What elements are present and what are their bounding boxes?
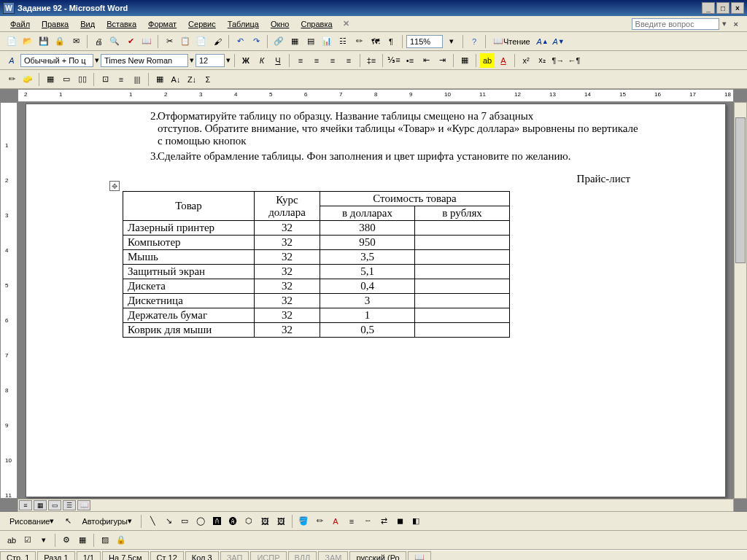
autosum-button[interactable]: Σ [201, 72, 215, 87]
paste-button[interactable]: 📄 [194, 34, 209, 49]
form-protect-button[interactable]: 🔒 [114, 533, 128, 548]
table-move-handle[interactable]: ✥ [109, 181, 120, 191]
sort-desc-button[interactable]: Z↓ [185, 72, 199, 87]
merge-cells-button[interactable]: ▭ [59, 72, 74, 87]
table-row[interactable]: Мышь323,5 [123, 250, 510, 265]
cell-rate[interactable]: 32 [255, 236, 320, 250]
table-autoformat-button[interactable]: ▦ [152, 72, 167, 87]
oval-button[interactable]: ◯ [193, 514, 208, 529]
research-button[interactable]: 📖 [139, 34, 154, 49]
table-row[interactable]: Лазерный принтер32380 [123, 221, 510, 236]
insert-rows-button[interactable]: ▦ [43, 72, 58, 87]
font-select[interactable] [101, 54, 188, 67]
cell-product[interactable]: Компьютер [123, 236, 255, 250]
vertical-scrollbar[interactable] [734, 102, 747, 499]
redo-button[interactable]: ↷ [249, 34, 263, 49]
spelling-button[interactable]: ✔ [123, 34, 138, 49]
menu-table[interactable]: Таблица [222, 18, 265, 30]
menu-format[interactable]: Формат [142, 18, 182, 30]
align-center-button[interactable]: ≡ [309, 53, 324, 68]
cell-usd[interactable]: 3 [320, 294, 415, 308]
open-button[interactable]: 📂 [20, 34, 35, 49]
italic-button[interactable]: К [255, 53, 269, 68]
line-spacing-button[interactable]: ‡≡ [364, 53, 379, 68]
undo-button[interactable]: ↶ [233, 34, 247, 49]
clipart-button[interactable]: 🖼 [258, 514, 272, 529]
cell-usd[interactable]: 0,4 [320, 279, 415, 294]
minimize-button[interactable]: _ [702, 2, 715, 14]
style-select[interactable] [20, 54, 93, 67]
vertical-ruler[interactable]: 1234567891011 [0, 102, 18, 499]
status-rec[interactable]: ЗАП [220, 551, 249, 561]
subscript-button[interactable]: x₂ [535, 53, 549, 68]
cell-rate[interactable]: 32 [255, 323, 320, 338]
status-spell-icon[interactable]: 📖 [408, 551, 431, 561]
align-right-button[interactable]: ≡ [325, 53, 340, 68]
line-style-button[interactable]: ≡ [344, 514, 359, 529]
numbering-button[interactable]: ⅓≡ [387, 53, 401, 68]
horizontal-ruler[interactable]: 21123456789101112131415161718 [18, 89, 734, 102]
drawing-menu[interactable]: Рисование ▾ [4, 514, 59, 529]
permissions-button[interactable]: 🔒 [53, 34, 67, 49]
new-button[interactable]: 📄 [4, 34, 19, 49]
cell-rub[interactable] [415, 294, 510, 308]
cell-rub[interactable] [415, 308, 510, 323]
outdent-button[interactable]: ⇤ [419, 53, 433, 68]
scrollbar-thumb[interactable] [735, 117, 746, 263]
cell-product[interactable]: Коврик для мыши [123, 323, 255, 338]
draw-table-button[interactable]: ✏ [4, 72, 19, 87]
cell-usd[interactable]: 380 [320, 221, 415, 236]
cell-product[interactable]: Мышь [123, 250, 255, 265]
3d-button[interactable]: ◧ [409, 514, 423, 529]
cell-product[interactable]: Лазерный принтер [123, 221, 255, 236]
page-viewport[interactable]: 2. Отформатируйте таблицу по образцу. На… [18, 102, 734, 499]
styles-pane-button[interactable]: A [4, 53, 19, 68]
wordart-button[interactable]: 🅐 [225, 514, 240, 529]
cell-usd[interactable]: 1 [320, 308, 415, 323]
cell-rub[interactable] [415, 221, 510, 236]
justify-button[interactable]: ≡ [341, 53, 356, 68]
tables-borders-button[interactable]: ▦ [287, 34, 302, 49]
style-dropdown-icon[interactable]: ▾ [95, 55, 99, 65]
align-left-button[interactable]: ≡ [293, 53, 308, 68]
font-grow-button[interactable]: A▲ [535, 34, 550, 49]
cell-usd[interactable]: 950 [320, 236, 415, 250]
fill-color-button[interactable]: 🪣 [296, 514, 311, 529]
picture-button[interactable]: 🖼 [274, 514, 288, 529]
columns-button[interactable]: ☷ [336, 34, 350, 49]
cell-rub[interactable] [415, 250, 510, 265]
cell-product[interactable]: Защитный экран [123, 265, 255, 279]
menu-file[interactable]: Файл [4, 18, 36, 30]
arrow-style-button[interactable]: ⇄ [376, 514, 391, 529]
bold-button[interactable]: Ж [239, 53, 253, 68]
rtl-button[interactable]: ←¶ [567, 53, 581, 68]
web-view-button[interactable]: ▦ [34, 500, 47, 510]
distribute-cols-button[interactable]: ||| [130, 72, 144, 87]
document-close-button[interactable]: × [729, 20, 743, 28]
font-dropdown-icon[interactable]: ▾ [190, 55, 194, 65]
save-button[interactable]: 💾 [36, 34, 51, 49]
dash-style-button[interactable]: ┄ [360, 514, 375, 529]
zoom-select[interactable] [406, 35, 443, 48]
arrow-button[interactable]: ↘ [161, 514, 176, 529]
excel-button[interactable]: 📊 [320, 34, 334, 49]
table-row[interactable]: Защитный экран325,1 [123, 265, 510, 279]
dropdown-icon[interactable]: ▾ [722, 19, 727, 28]
cut-button[interactable]: ✂ [162, 34, 177, 49]
status-trk[interactable]: ИСПР [250, 551, 286, 561]
form-properties-button[interactable]: ⚙ [59, 533, 74, 548]
highlight-button[interactable]: ab [480, 53, 495, 68]
hyperlink-button[interactable]: 🔗 [271, 34, 286, 49]
status-ext[interactable]: ВДЛ [288, 551, 317, 561]
outline-view-button[interactable]: ☰ [63, 500, 76, 510]
table-row[interactable]: Дискета320,4 [123, 279, 510, 294]
cell-product[interactable]: Дискетница [123, 294, 255, 308]
ltr-button[interactable]: ¶→ [551, 53, 565, 68]
cell-usd[interactable]: 5,1 [320, 265, 415, 279]
underline-button[interactable]: Ч [271, 53, 285, 68]
cell-rate[interactable]: 32 [255, 279, 320, 294]
help-search[interactable] [632, 18, 719, 30]
menu-insert[interactable]: Вставка [101, 18, 142, 30]
cell-rub[interactable] [415, 279, 510, 294]
print-view-button[interactable]: ▭ [48, 500, 61, 510]
